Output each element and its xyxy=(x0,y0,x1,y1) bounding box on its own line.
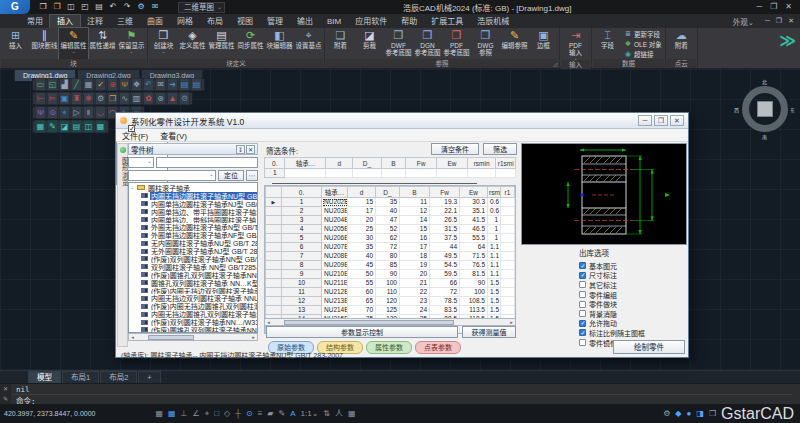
table-cell[interactable]: 1.5 xyxy=(488,279,501,288)
table-cell[interactable]: 22 xyxy=(400,288,430,297)
view-checkbox[interactable] xyxy=(128,125,135,132)
table-cell[interactable]: NU202E xyxy=(322,198,348,207)
toolbar-icon[interactable]: ✿ xyxy=(143,92,154,105)
redo-icon[interactable]: ↷ xyxy=(122,1,132,13)
table-cell[interactable] xyxy=(467,169,496,178)
tree-item[interactable]: 内圈无挡边双列圆柱滚子轴承 NNU型 xyxy=(131,294,257,302)
menu-tab-扩展工具[interactable]: 扩展工具 xyxy=(424,15,470,28)
toolbar-icon[interactable]: ⊙ xyxy=(47,106,58,119)
ole-object-button[interactable]: ❖OLE 对象 xyxy=(624,39,662,49)
command-line-panel[interactable]: ✕ ✎ nil 命令: xyxy=(0,383,800,404)
sync-attribute-button[interactable]: ⟳同步属性 xyxy=(236,28,265,59)
table-cell[interactable]: NU204E xyxy=(322,216,348,225)
message-icon[interactable]: ✉ xyxy=(150,1,160,13)
column-header[interactable]: Ew xyxy=(437,158,468,169)
table-cell[interactable]: 0.6 xyxy=(488,207,501,216)
toolbar-icon[interactable]: ▦ xyxy=(35,120,46,133)
output-option[interactable]: 基本图元 xyxy=(579,261,687,271)
table-cell[interactable]: 1.1 xyxy=(488,270,501,279)
table-cell[interactable]: 15 xyxy=(348,198,376,207)
tree-item[interactable]: (作废)内圈无挡边双列圆柱滚子轴承 xyxy=(131,287,257,295)
table-cell[interactable]: 110 xyxy=(376,288,400,297)
attach-button[interactable]: ❏附着 xyxy=(326,28,355,59)
table-cell[interactable] xyxy=(501,297,515,306)
get-measure-button[interactable]: 获得测量值 xyxy=(462,326,516,338)
status-toggle-icon[interactable]: 1:1⌄ xyxy=(301,407,319,421)
set-basepoint-button[interactable]: ⌖设置基点 xyxy=(294,28,323,59)
toolbar-icon[interactable]: ▤ xyxy=(179,78,190,91)
table-cell[interactable]: 20 xyxy=(348,216,376,225)
table-cell[interactable] xyxy=(353,169,382,178)
menu-tab-浩辰机械[interactable]: 浩辰机械 xyxy=(470,15,516,28)
table-row[interactable]: 9NU210E50902059.581.51.1 xyxy=(266,270,515,279)
toolbar-icon[interactable]: ⊢ xyxy=(35,92,46,105)
fullscreen-icon[interactable]: ❒ xyxy=(709,409,716,418)
column-header[interactable]: d xyxy=(348,187,376,198)
column-header[interactable]: rsmin xyxy=(467,158,496,169)
table-cell[interactable]: 30 xyxy=(348,234,376,243)
column-header[interactable]: Ew xyxy=(460,187,488,198)
table-cell[interactable]: 31.5 xyxy=(430,225,460,234)
dialog-title-bar[interactable]: 系列化零件设计开发系统 V1.0 ─❐✕ xyxy=(116,113,688,129)
open-file-icon[interactable]: ❐ xyxy=(52,1,62,13)
pdf-import-button[interactable]: ⇥PDF 输入⌄ xyxy=(561,28,590,60)
table-cell[interactable]: 80 xyxy=(376,252,400,261)
scrollbar-thumb[interactable] xyxy=(148,335,194,340)
column-header[interactable]: 0. xyxy=(265,158,285,169)
table-cell[interactable]: 10 xyxy=(282,279,322,288)
filter-table[interactable]: 0.轴承…dD_BFwEwrsminr1smi1 xyxy=(264,157,516,178)
table-cell[interactable]: 6 xyxy=(282,243,322,252)
menu-tab-帮助[interactable]: 帮助 xyxy=(394,15,424,28)
menu-tab-管理[interactable]: 管理 xyxy=(260,15,290,28)
table-cell[interactable]: NU207E xyxy=(322,243,348,252)
toolbar-icon[interactable]: ∿ xyxy=(119,92,130,105)
table-row[interactable]: 11NU212E6011022721001.5 xyxy=(266,288,515,297)
status-toggle-icon[interactable]: ▦ xyxy=(168,407,176,421)
status-toggle-icon[interactable]: ⊥ xyxy=(181,407,188,421)
layout-tab[interactable]: 模型 xyxy=(28,371,61,383)
search-input[interactable] xyxy=(156,157,258,168)
column-header[interactable]: B xyxy=(400,187,430,198)
toolbar-icon[interactable]: ❋ xyxy=(83,92,94,105)
status-toggle-icon[interactable]: ∠ xyxy=(193,407,200,421)
table-cell[interactable] xyxy=(501,288,515,297)
table-cell[interactable]: 100 xyxy=(460,288,488,297)
dialog-minimize-button[interactable]: ─ xyxy=(638,115,652,126)
table-cell[interactable]: 85 xyxy=(376,261,400,270)
table-cell[interactable] xyxy=(501,243,515,252)
table-cell[interactable] xyxy=(501,207,515,216)
tree-item[interactable]: (作废)圆锥孔双列圆柱滚子轴承NN…K/ xyxy=(131,326,257,333)
table-cell[interactable]: NU205E xyxy=(322,225,348,234)
frame-button[interactable]: ▣边框 xyxy=(529,28,558,59)
status-toggle-icon[interactable]: ▰ xyxy=(267,407,273,421)
tree-horizontal-scrollbar[interactable]: ◂▸ xyxy=(128,333,258,341)
toolbar-icon[interactable]: Ψ xyxy=(119,78,130,91)
table-cell[interactable] xyxy=(501,270,515,279)
output-option[interactable]: 其它标注 xyxy=(579,280,687,290)
table-cell[interactable]: 4 xyxy=(282,225,322,234)
table-cell[interactable]: 19.3 xyxy=(430,198,460,207)
table-cell[interactable]: 90 xyxy=(376,270,400,279)
dwf-underlay-button[interactable]: ❒DWF 参考底图 xyxy=(384,28,413,59)
close-panel-button[interactable]: ✕ xyxy=(246,145,255,154)
tree-item[interactable]: (作废)双列圆柱滚子轴承NN型 GB/T xyxy=(131,255,257,263)
table-cell[interactable]: 55 xyxy=(348,279,376,288)
table-cell[interactable]: NU208E xyxy=(322,252,348,261)
toolbar-icon[interactable]: ▷ xyxy=(71,106,82,119)
output-option[interactable]: 尺寸标注 xyxy=(579,271,687,281)
tree-item[interactable]: 外圈单挡边圆柱滚子轴承NF型 GB/T xyxy=(131,231,257,239)
status-toggle-icon[interactable]: ┼ xyxy=(235,407,241,421)
table-cell[interactable]: 90 xyxy=(460,279,488,288)
bulb-icon[interactable]: ● xyxy=(687,409,692,418)
table-cell[interactable]: 62 xyxy=(376,234,400,243)
table-cell[interactable]: 7 xyxy=(282,252,322,261)
define-attribute-button[interactable]: ◈定义属性 xyxy=(178,28,207,59)
doc-close-button[interactable]: ✕ xyxy=(788,17,794,25)
table-cell[interactable]: 50 xyxy=(348,270,376,279)
output-option[interactable]: 零件做块 xyxy=(579,299,687,309)
table-cell[interactable] xyxy=(501,234,515,243)
toolbar-icon[interactable]: ⚙ xyxy=(95,92,106,105)
column-header[interactable]: rsmin xyxy=(488,187,501,198)
table-cell[interactable]: 40 xyxy=(348,252,376,261)
menu-tab-三维[interactable]: 三维 xyxy=(110,15,140,28)
